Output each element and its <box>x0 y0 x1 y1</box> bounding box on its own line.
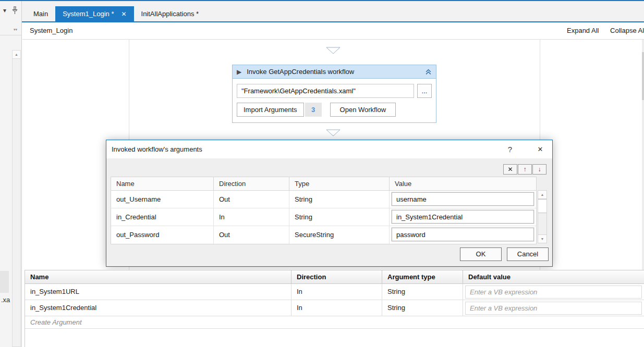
arguments-table: Name Direction Type Value out_Username O… <box>111 177 537 244</box>
panel-header-row: Name Direction Argument type Default val… <box>25 270 644 284</box>
dialog-title: Invoked workflow's arguments <box>112 145 502 153</box>
tab-main[interactable]: Main <box>26 6 55 21</box>
tab-bar: Main System1_Login * ✕ InitAllApplicatio… <box>26 6 206 21</box>
dialog-table-scrollbar[interactable]: ▲ ▼ <box>538 190 547 243</box>
ok-button[interactable]: OK <box>460 247 502 261</box>
canvas-scrollbar-thumb[interactable] <box>642 52 644 100</box>
truncated-file-label: .xa <box>1 296 10 304</box>
activity-body: ... Import Arguments 3 Open Workflow <box>233 79 436 122</box>
expand-collapse-links: Expand All Collapse All <box>567 22 644 39</box>
help-icon[interactable]: ? <box>502 145 518 154</box>
create-argument-button[interactable]: Create Argument <box>25 316 644 329</box>
value-input[interactable] <box>392 228 534 241</box>
value-input[interactable] <box>392 192 534 206</box>
delete-argument-icon[interactable]: ✕ <box>503 164 517 175</box>
autohide-grip-icon[interactable]: ▾▾ <box>14 28 17 31</box>
collapse-chevron-icon[interactable] <box>425 68 432 75</box>
column-header[interactable]: Argument type <box>382 270 463 283</box>
rail-scrollbar[interactable]: ▲ <box>12 50 21 347</box>
breadcrumb[interactable]: System_Login <box>30 22 72 39</box>
invoke-workflow-activity[interactable]: ▶ Invoke GetAppCredentials workflow ... … <box>232 65 436 123</box>
rail-panel-edge <box>0 271 9 293</box>
move-down-icon[interactable]: ↓ <box>532 164 546 175</box>
column-header[interactable]: Name <box>111 177 214 190</box>
tab-close-icon[interactable]: ✕ <box>121 10 126 18</box>
column-header[interactable]: Type <box>289 177 390 190</box>
play-icon: ▶ <box>237 68 241 76</box>
column-header[interactable]: Direction <box>291 270 382 283</box>
scroll-up-icon[interactable]: ▲ <box>538 191 546 199</box>
arguments-panel: Name Direction Argument type Default val… <box>25 270 644 347</box>
rail-divider <box>0 35 22 35</box>
dialog-titlebar: Invoked workflow's arguments ? ✕ <box>106 140 552 158</box>
table-row[interactable]: out_Username Out String <box>111 191 536 208</box>
activity-header[interactable]: ▶ Invoke GetAppCredentials workflow <box>233 65 436 79</box>
default-value-input[interactable] <box>465 286 642 299</box>
column-header[interactable]: Default value <box>463 270 644 283</box>
invoked-arguments-dialog: Invoked workflow's arguments ? ✕ ✕ ↑ ↓ N… <box>106 140 553 267</box>
scrollbar-thumb[interactable] <box>538 199 546 213</box>
expand-all-link[interactable]: Expand All <box>567 27 599 34</box>
table-row[interactable]: in_Credential In String <box>111 208 536 226</box>
pin-icon[interactable] <box>11 6 19 15</box>
collapse-all-link[interactable]: Collapse All <box>610 27 644 34</box>
import-arguments-button[interactable]: Import Arguments <box>237 103 304 117</box>
browse-button[interactable]: ... <box>417 84 432 98</box>
table-header-row: Name Direction Type Value <box>111 177 536 191</box>
workflow-path-input[interactable] <box>237 84 414 98</box>
column-header[interactable]: Direction <box>214 177 289 190</box>
cancel-button[interactable]: Cancel <box>507 247 549 261</box>
column-header[interactable]: Name <box>25 270 291 283</box>
tab-initallapplications[interactable]: InitAllApplications * <box>134 6 206 21</box>
chevron-down-icon[interactable]: ▾ <box>3 7 6 14</box>
arguments-count-badge: 3 <box>305 103 322 117</box>
table-row[interactable]: in_System1URL In String <box>25 284 644 300</box>
move-up-icon[interactable]: ↑ <box>518 164 532 175</box>
column-header[interactable]: Value <box>390 177 536 190</box>
default-value-input[interactable] <box>465 302 642 315</box>
table-row[interactable]: in_System1Credential In String <box>25 300 644 316</box>
scroll-up-icon[interactable]: ▲ <box>13 51 20 59</box>
table-row[interactable]: out_Password Out SecureString <box>111 226 536 244</box>
flow-connector-arrow-icon <box>326 47 341 54</box>
activity-title: Invoke GetAppCredentials workflow <box>247 68 425 76</box>
dialog-toolbar: ✕ ↑ ↓ <box>503 164 546 175</box>
flow-connector-arrow-icon <box>326 129 341 137</box>
open-workflow-button[interactable]: Open Workflow <box>330 103 396 117</box>
breadcrumb-bar: System_Login Expand All Collapse All <box>22 22 644 40</box>
value-input[interactable] <box>392 210 534 224</box>
tab-system1-login[interactable]: System1_Login * ✕ <box>55 6 133 21</box>
left-dock-rail: ▾ ▾▾ ▲ .xa <box>0 1 22 347</box>
scroll-down-icon[interactable]: ▼ <box>538 234 546 243</box>
close-icon[interactable]: ✕ <box>532 145 548 153</box>
